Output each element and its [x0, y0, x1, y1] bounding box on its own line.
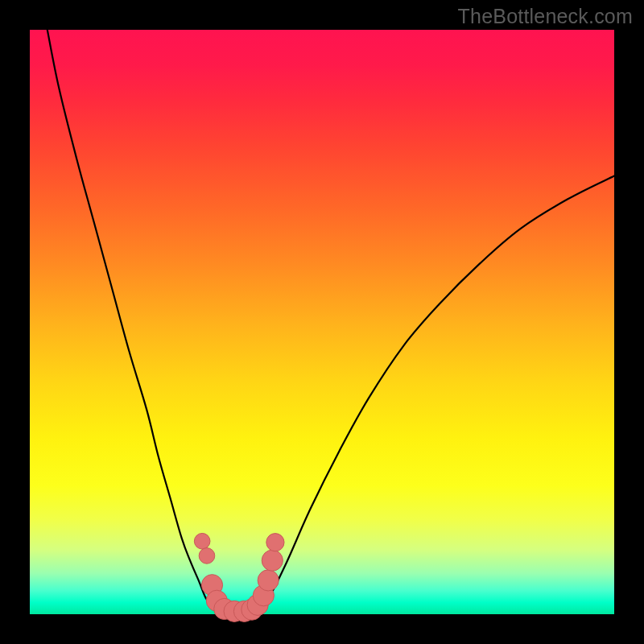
- valley-marker: [262, 550, 283, 571]
- valley-marker-group: [194, 533, 284, 621]
- bottleneck-curve: [47, 30, 614, 613]
- valley-marker: [199, 548, 215, 564]
- plot-area: [30, 30, 614, 614]
- bottleneck-curve-path: [47, 30, 614, 613]
- curve-layer: [30, 30, 614, 614]
- valley-marker: [266, 534, 284, 551]
- chart-stage: TheBottleneck.com: [0, 0, 644, 644]
- valley-marker: [258, 570, 279, 591]
- watermark-text: TheBottleneck.com: [458, 5, 633, 28]
- valley-marker: [194, 533, 210, 549]
